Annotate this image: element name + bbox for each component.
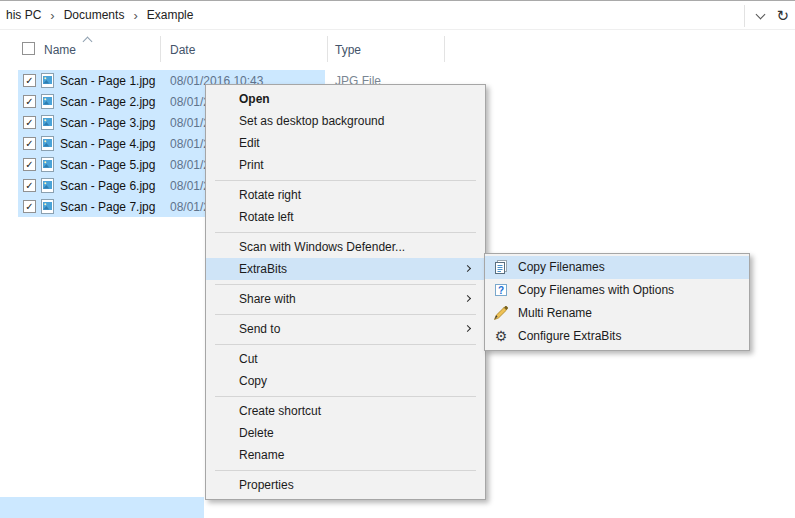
- submenu-item-label: Multi Rename: [518, 306, 592, 320]
- extrabits-submenu: Copy Filenames ? Copy Filenames with Opt…: [484, 253, 750, 351]
- file-name: Scan - Page 6.jpg: [60, 179, 155, 193]
- menu-item-label: Rotate left: [239, 210, 294, 224]
- menu-item-properties[interactable]: Properties: [206, 474, 485, 496]
- submenu-item-label: Configure ExtraBits: [518, 329, 621, 343]
- check-icon: ✓: [25, 181, 33, 191]
- column-header-name[interactable]: Name: [44, 43, 76, 57]
- menu-item-label: Send to: [239, 322, 280, 336]
- check-icon: ✓: [25, 139, 33, 149]
- menu-item-rotate-right[interactable]: Rotate right: [206, 184, 485, 206]
- file-name: Scan - Page 3.jpg: [60, 116, 155, 130]
- menu-item-create-shortcut[interactable]: Create shortcut: [206, 400, 485, 422]
- row-checkbox[interactable]: ✓: [23, 74, 36, 87]
- jpg-file-icon: [41, 199, 54, 214]
- submenu-item-multi-rename[interactable]: Multi Rename: [485, 302, 749, 325]
- menu-separator: [215, 344, 476, 345]
- check-icon: ✓: [25, 118, 33, 128]
- menu-item-rotate-left[interactable]: Rotate left: [206, 206, 485, 228]
- menu-item-label: Rotate right: [239, 188, 301, 202]
- menu-item-label: Properties: [239, 478, 294, 492]
- menu-item-label: ExtraBits: [239, 262, 287, 276]
- menu-item-share-with[interactable]: Share with: [206, 288, 485, 310]
- file-name: Scan - Page 5.jpg: [60, 158, 155, 172]
- context-menu: Open Set as desktop background Edit Prin…: [205, 84, 486, 500]
- jpg-file-icon: [41, 94, 54, 109]
- file-name: Scan - Page 1.jpg: [60, 74, 155, 88]
- breadcrumb-chevron-icon[interactable]: ›: [133, 8, 137, 23]
- breadcrumb: his PC › Documents › Example: [0, 8, 193, 23]
- menu-item-label: Delete: [239, 426, 274, 440]
- breadcrumb-item-documents[interactable]: Documents: [64, 8, 125, 22]
- menu-item-label: Print: [239, 158, 264, 172]
- submenu-item-copy-filenames[interactable]: Copy Filenames: [485, 256, 749, 279]
- menu-separator: [215, 396, 476, 397]
- submenu-item-label: Copy Filenames with Options: [518, 283, 674, 297]
- jpg-file-icon: [41, 178, 54, 193]
- breadcrumb-item-this-pc[interactable]: his PC: [6, 8, 41, 22]
- menu-item-label: Scan with Windows Defender...: [239, 240, 405, 254]
- menu-item-cut[interactable]: Cut: [206, 348, 485, 370]
- address-bar[interactable]: his PC › Documents › Example ↻: [0, 0, 795, 30]
- jpg-file-icon: [41, 157, 54, 172]
- gear-glyph: ⚙: [495, 328, 508, 344]
- refresh-icon[interactable]: ↻: [776, 8, 789, 23]
- menu-item-label: Open: [239, 92, 270, 106]
- question-icon: ?: [493, 282, 509, 298]
- column-header-type[interactable]: Type: [335, 43, 361, 57]
- menu-separator: [215, 314, 476, 315]
- jpg-file-icon: [41, 73, 54, 88]
- submenu-item-configure-extrabits[interactable]: ⚙ Configure ExtraBits: [485, 325, 749, 348]
- svg-text:?: ?: [498, 285, 504, 296]
- row-checkbox[interactable]: ✓: [23, 137, 36, 150]
- check-icon: ✓: [25, 97, 33, 107]
- menu-item-set-as-desktop-background[interactable]: Set as desktop background: [206, 110, 485, 132]
- sort-ascending-icon: [83, 37, 93, 47]
- pencil-icon: [493, 305, 509, 321]
- menu-item-copy[interactable]: Copy: [206, 370, 485, 392]
- menu-item-open[interactable]: Open: [206, 88, 485, 110]
- column-header-date[interactable]: Date: [170, 43, 195, 57]
- file-name: Scan - Page 2.jpg: [60, 95, 155, 109]
- menu-item-label: Rename: [239, 448, 284, 462]
- submenu-item-copy-filenames-with-options[interactable]: ? Copy Filenames with Options: [485, 279, 749, 302]
- menu-item-label: Set as desktop background: [239, 114, 384, 128]
- menu-item-scan-with-windows-defender[interactable]: Scan with Windows Defender...: [206, 236, 485, 258]
- address-dropdown-icon[interactable]: [756, 9, 766, 19]
- file-name: Scan - Page 4.jpg: [60, 137, 155, 151]
- breadcrumb-item-example[interactable]: Example: [147, 8, 194, 22]
- row-checkbox[interactable]: ✓: [23, 179, 36, 192]
- menu-item-label: Edit: [239, 136, 260, 150]
- menu-item-label: Cut: [239, 352, 258, 366]
- breadcrumb-chevron-icon[interactable]: ›: [50, 8, 54, 23]
- menu-item-edit[interactable]: Edit: [206, 132, 485, 154]
- address-bar-divider: [744, 5, 745, 27]
- partial-selected-row: [0, 497, 204, 518]
- select-all-checkbox[interactable]: [22, 42, 35, 55]
- column-divider: [160, 36, 161, 62]
- check-icon: ✓: [25, 160, 33, 170]
- menu-separator: [215, 232, 476, 233]
- menu-item-label: Copy: [239, 374, 267, 388]
- submenu-arrow-icon: [464, 295, 471, 302]
- menu-item-print[interactable]: Print: [206, 154, 485, 176]
- menu-separator: [215, 180, 476, 181]
- check-icon: ✓: [25, 76, 33, 86]
- menu-item-delete[interactable]: Delete: [206, 422, 485, 444]
- menu-item-extrabits[interactable]: ExtraBits: [206, 258, 485, 280]
- menu-separator: [215, 470, 476, 471]
- file-name: Scan - Page 7.jpg: [60, 200, 155, 214]
- jpg-file-icon: [41, 115, 54, 130]
- copy-filenames-icon: [493, 259, 509, 275]
- row-checkbox[interactable]: ✓: [23, 116, 36, 129]
- menu-item-rename[interactable]: Rename: [206, 444, 485, 466]
- row-checkbox[interactable]: ✓: [23, 158, 36, 171]
- submenu-item-label: Copy Filenames: [518, 260, 605, 274]
- menu-item-send-to[interactable]: Send to: [206, 318, 485, 340]
- row-checkbox[interactable]: ✓: [23, 95, 36, 108]
- menu-item-label: Share with: [239, 292, 296, 306]
- list-column-header: Name Date Type: [0, 36, 470, 62]
- menu-item-label: Create shortcut: [239, 404, 321, 418]
- gear-icon: ⚙: [493, 328, 509, 344]
- row-checkbox[interactable]: ✓: [23, 200, 36, 213]
- column-divider: [327, 36, 328, 62]
